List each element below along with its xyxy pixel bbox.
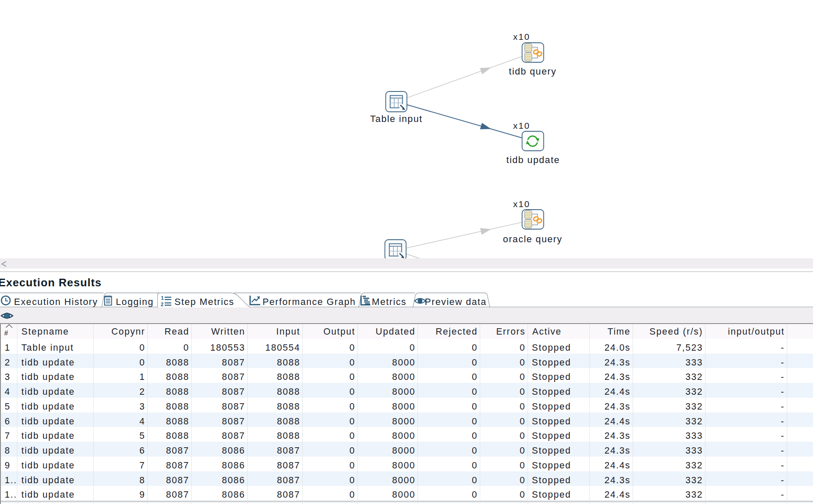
svg-text:Table input: Table input bbox=[370, 114, 423, 124]
svg-text:oracle query: oracle query bbox=[503, 234, 562, 244]
svg-text:2: 2 bbox=[161, 302, 164, 307]
svg-text:Logging: Logging bbox=[116, 296, 154, 307]
svg-text:1: 1 bbox=[161, 295, 164, 301]
svg-text:Performance Graph: Performance Graph bbox=[263, 296, 356, 307]
svg-text:tidb update: tidb update bbox=[506, 155, 560, 165]
svg-text:Step Metrics: Step Metrics bbox=[174, 296, 234, 307]
svg-text:tidb query: tidb query bbox=[509, 66, 557, 77]
svg-text:Execution History: Execution History bbox=[14, 296, 98, 307]
svg-text:Preview data: Preview data bbox=[425, 296, 487, 307]
svg-text:x10: x10 bbox=[513, 121, 530, 130]
svg-text:Metrics: Metrics bbox=[372, 296, 406, 307]
svg-text:x10: x10 bbox=[513, 199, 530, 209]
svg-text:x10: x10 bbox=[513, 32, 530, 42]
